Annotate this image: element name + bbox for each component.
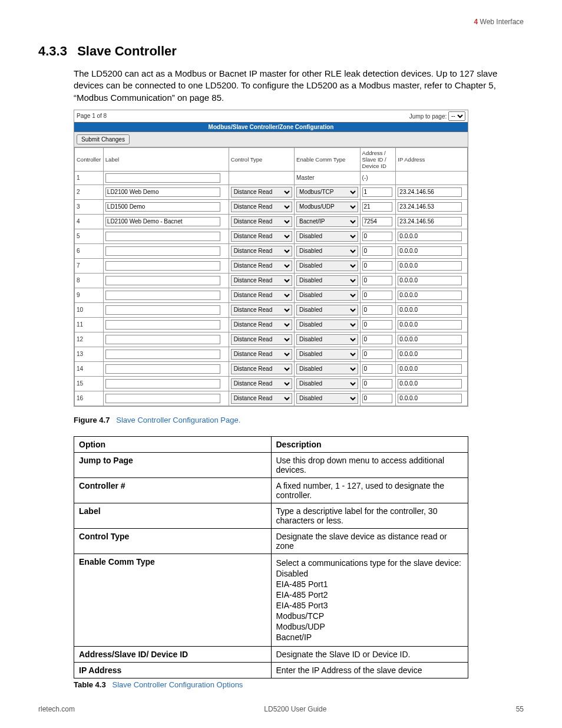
control-type-select[interactable]: Distance Read: [231, 275, 292, 286]
cell-ip: [396, 376, 468, 391]
submit-changes-button[interactable]: Submit Changes: [77, 134, 130, 144]
control-type-select[interactable]: Distance Read: [231, 378, 292, 389]
control-type-select[interactable]: Distance Read: [231, 349, 292, 360]
ip-input[interactable]: [398, 379, 462, 388]
control-type-select[interactable]: Distance Read: [231, 231, 292, 242]
control-type-select[interactable]: Distance Read: [231, 305, 292, 315]
label-input[interactable]: [105, 320, 221, 330]
table-row: 14Distance ReadDisabled: [75, 361, 468, 376]
comm-type-select[interactable]: Disabled: [296, 231, 358, 242]
comm-type-select[interactable]: Disabled: [296, 378, 358, 389]
control-type-select[interactable]: Distance Read: [231, 216, 292, 227]
address-input[interactable]: [362, 394, 392, 403]
ip-input[interactable]: [398, 394, 462, 403]
ip-input[interactable]: [398, 246, 462, 256]
control-type-select[interactable]: Distance Read: [231, 290, 292, 301]
option-desc: Designate the slave device as distance r…: [271, 528, 468, 554]
ip-input[interactable]: [398, 291, 462, 300]
address-input[interactable]: [362, 217, 392, 226]
cell-label: [103, 185, 229, 199]
comm-type-select[interactable]: Disabled: [296, 319, 358, 330]
comm-type-select[interactable]: Modbus/UDP: [296, 202, 358, 212]
label-input[interactable]: [105, 394, 221, 403]
comm-type-select[interactable]: Disabled: [296, 305, 358, 315]
ip-input[interactable]: [398, 335, 462, 344]
control-type-select[interactable]: Distance Read: [231, 334, 292, 345]
address-input[interactable]: [362, 305, 392, 315]
cell-ip: [396, 332, 468, 347]
address-input[interactable]: [362, 246, 392, 256]
address-input[interactable]: [362, 291, 392, 300]
control-type-select[interactable]: Distance Read: [231, 202, 292, 212]
label-input[interactable]: [105, 173, 221, 183]
ip-input[interactable]: [398, 187, 462, 197]
comm-type-select[interactable]: Disabled: [296, 275, 358, 286]
address-input[interactable]: [362, 379, 392, 388]
comm-type-select[interactable]: Disabled: [296, 349, 358, 360]
option-desc: Designate the Slave ID or Device ID.: [271, 646, 468, 662]
cell-ip: [396, 243, 468, 258]
address-input[interactable]: [362, 350, 392, 359]
label-input[interactable]: [105, 261, 221, 271]
col-control-type: Control Type: [229, 147, 294, 171]
section-heading: 4.3.3 Slave Controller: [38, 44, 524, 59]
ip-input[interactable]: [398, 364, 462, 374]
control-type-select[interactable]: Distance Read: [231, 364, 292, 374]
label-input[interactable]: [105, 202, 221, 212]
comm-type-select[interactable]: Bacnet/IP: [296, 216, 358, 227]
page-footer: rletech.com LD5200 User Guide 55: [38, 705, 524, 713]
cell-controller-num: 3: [75, 199, 104, 214]
control-type-select[interactable]: Distance Read: [231, 261, 292, 271]
label-input[interactable]: [105, 246, 221, 256]
address-input[interactable]: [362, 276, 392, 285]
cell-label: [103, 361, 229, 376]
cell-comm-type: Disabled: [295, 302, 360, 317]
address-input[interactable]: [362, 320, 392, 330]
options-header-row: Option Description: [74, 436, 468, 452]
table-row: 6Distance ReadDisabled: [75, 243, 468, 258]
ip-input[interactable]: [398, 202, 462, 212]
comm-type-select[interactable]: Disabled: [296, 246, 358, 256]
ip-input[interactable]: [398, 261, 462, 271]
control-type-select[interactable]: Distance Read: [231, 393, 292, 404]
comm-type-select[interactable]: Modbus/TCP: [296, 187, 358, 197]
label-input[interactable]: [105, 364, 221, 374]
col-controller: Controller: [75, 147, 104, 171]
label-input[interactable]: [105, 291, 221, 300]
comm-type-select[interactable]: Disabled: [296, 334, 358, 345]
cell-controller-num: 8: [75, 273, 104, 288]
comm-type-select[interactable]: Disabled: [296, 364, 358, 374]
label-input[interactable]: [105, 217, 221, 226]
address-input[interactable]: [362, 261, 392, 271]
label-input[interactable]: [105, 379, 221, 388]
ip-input[interactable]: [398, 320, 462, 330]
address-input[interactable]: [362, 202, 392, 212]
control-type-select[interactable]: Distance Read: [231, 246, 292, 256]
label-input[interactable]: [105, 305, 221, 315]
control-type-select[interactable]: Distance Read: [231, 319, 292, 330]
ip-input[interactable]: [398, 350, 462, 359]
address-input[interactable]: [362, 187, 392, 197]
cell-label: [103, 391, 229, 406]
cell-address: [360, 361, 396, 376]
address-input[interactable]: [362, 232, 392, 241]
ip-input[interactable]: [398, 276, 462, 285]
address-input[interactable]: [362, 364, 392, 374]
jump-select[interactable]: --: [448, 111, 465, 121]
ip-input[interactable]: [398, 305, 462, 315]
comm-type-select[interactable]: Disabled: [296, 290, 358, 301]
label-input[interactable]: [105, 276, 221, 285]
label-input[interactable]: [105, 187, 221, 197]
ip-input[interactable]: [398, 217, 462, 226]
ip-input[interactable]: [398, 232, 462, 241]
cell-ip: [396, 171, 468, 185]
table-row: 8Distance ReadDisabled: [75, 273, 468, 288]
label-input[interactable]: [105, 335, 221, 344]
table-row: 1Master(-): [75, 171, 468, 185]
comm-type-select[interactable]: Disabled: [296, 393, 358, 404]
label-input[interactable]: [105, 232, 221, 241]
label-input[interactable]: [105, 350, 221, 359]
address-input[interactable]: [362, 335, 392, 344]
comm-type-select[interactable]: Disabled: [296, 261, 358, 271]
control-type-select[interactable]: Distance Read: [231, 187, 292, 197]
